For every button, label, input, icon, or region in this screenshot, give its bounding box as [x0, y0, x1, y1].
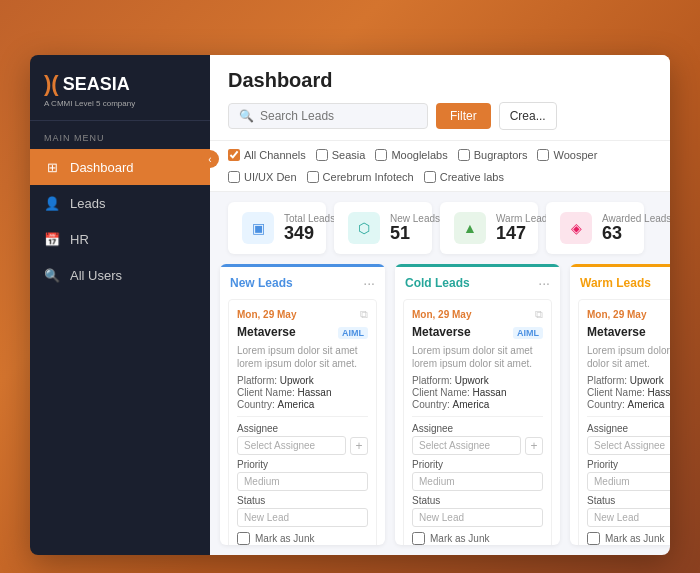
priority-label: Priority: [412, 459, 543, 470]
sidebar-item-leads[interactable]: 👤 Leads: [30, 185, 210, 221]
mark-junk-row: Mark as Junk: [587, 532, 670, 545]
card-date: Mon, 29 May: [412, 309, 471, 320]
mark-junk-checkbox[interactable]: [237, 532, 250, 545]
col-body-warm-leads: Mon, 29 May ⧉ Metaverse AIML Lorem ipsum…: [570, 299, 670, 545]
col-menu-new-leads[interactable]: ···: [363, 275, 375, 291]
assignee-row: Select Assignee +: [587, 436, 670, 455]
channel-mooglelabs-label: Mooglelabs: [391, 149, 447, 161]
assignee-add-button[interactable]: +: [350, 437, 368, 455]
all-users-icon: 🔍: [44, 267, 60, 283]
channel-bugraptors: Bugraptors: [458, 149, 528, 161]
status-label: Status: [412, 495, 543, 506]
app-container: )( SEASIA A CMMI Level 5 company MAIN ME…: [30, 55, 670, 555]
sidebar-collapse-button[interactable]: ‹: [201, 150, 219, 168]
channel-woosper: Woosper: [537, 149, 597, 161]
stat-total-leads: ▣ Total Leads 349: [228, 202, 326, 254]
channel-seasia-checkbox[interactable]: [316, 149, 328, 161]
card-country: Country: America: [412, 399, 543, 410]
mark-junk-label: Mark as Junk: [430, 533, 489, 544]
channel-woosper-checkbox[interactable]: [537, 149, 549, 161]
leads-icon: 👤: [44, 195, 60, 211]
search-icon: 🔍: [239, 109, 254, 123]
channel-all-checkbox[interactable]: [228, 149, 240, 161]
assignee-label: Assignee: [412, 423, 543, 434]
stat-awarded-icon: ◈: [560, 212, 592, 244]
stat-new-label: New Leads: [390, 213, 418, 224]
channel-all-channels: All Channels: [228, 149, 306, 161]
search-input[interactable]: [260, 109, 417, 123]
priority-select[interactable]: Medium: [587, 472, 670, 491]
assignee-select[interactable]: Select Assignee: [237, 436, 346, 455]
assignee-add-button[interactable]: +: [525, 437, 543, 455]
channel-uiux-checkbox[interactable]: [228, 171, 240, 183]
mark-junk-row: Mark as Junk: [237, 532, 368, 545]
channel-filters: All Channels Seasia Mooglelabs Bugraptor…: [210, 141, 670, 192]
card-header: Mon, 29 May ⧉: [587, 308, 670, 321]
col-menu-cold-leads[interactable]: ···: [538, 275, 550, 291]
channel-bugraptors-label: Bugraptors: [474, 149, 528, 161]
assignee-select[interactable]: Select Assignee: [587, 436, 670, 455]
create-button[interactable]: Crea...: [499, 102, 557, 130]
sidebar-item-hr[interactable]: 📅 HR: [30, 221, 210, 257]
menu-label: MAIN MENU: [30, 121, 210, 149]
channel-cerebrum-checkbox[interactable]: [307, 171, 319, 183]
assignee-row: Select Assignee +: [237, 436, 368, 455]
channel-mooglelabs-checkbox[interactable]: [375, 149, 387, 161]
sidebar-item-label: All Users: [70, 268, 122, 283]
main-content: Dashboard 🔍 Filter Crea... All Channels …: [210, 55, 670, 555]
sidebar-item-all-users[interactable]: 🔍 All Users: [30, 257, 210, 293]
col-body-cold-leads: Mon, 29 May ⧉ Metaverse AIML Lorem ipsum…: [395, 299, 560, 545]
card-platform: Platform: Upwork: [412, 375, 543, 386]
sidebar-item-dashboard[interactable]: ⊞ Dashboard: [30, 149, 210, 185]
mark-junk-checkbox[interactable]: [587, 532, 600, 545]
assignee-select[interactable]: Select Assignee: [412, 436, 521, 455]
lead-card: Mon, 29 May ⧉ Metaverse AIML Lorem ipsum…: [403, 299, 552, 545]
filter-button[interactable]: Filter: [436, 103, 491, 129]
priority-select[interactable]: Medium: [412, 472, 543, 491]
priority-select[interactable]: Medium: [237, 472, 368, 491]
card-platform: Platform: Upwork: [237, 375, 368, 386]
card-title: Metaverse: [587, 325, 646, 339]
card-tag: AIML: [338, 327, 368, 339]
card-date: Mon, 29 May: [587, 309, 646, 320]
logo-sub: A CMMI Level 5 company: [44, 99, 196, 108]
stat-awarded-value: 63: [602, 224, 630, 244]
priority-label: Priority: [237, 459, 368, 470]
priority-label: Priority: [587, 459, 670, 470]
sidebar-item-label: Leads: [70, 196, 105, 211]
top-bar: Dashboard 🔍 Filter Crea...: [210, 55, 670, 141]
assignee-label: Assignee: [587, 423, 670, 434]
card-client: Client Name: Hassan: [237, 387, 368, 398]
sidebar-item-label: HR: [70, 232, 89, 247]
status-select[interactable]: New Lead: [587, 508, 670, 527]
sidebar: )( SEASIA A CMMI Level 5 company MAIN ME…: [30, 55, 210, 555]
card-date: Mon, 29 May: [237, 309, 296, 320]
dashboard-icon: ⊞: [44, 159, 60, 175]
logo: )( SEASIA: [44, 71, 196, 97]
channel-bugraptors-checkbox[interactable]: [458, 149, 470, 161]
status-label: Status: [587, 495, 670, 506]
channel-cerebrum: Cerebrum Infotech: [307, 171, 414, 183]
hr-icon: 📅: [44, 231, 60, 247]
stat-new-icon: ⬡: [348, 212, 380, 244]
col-title-warm-leads: Warm Leads: [580, 276, 651, 290]
card-desc: Lorem ipsum dolor sit amet dolor sit ame…: [587, 344, 670, 370]
card-desc: Lorem ipsum dolor sit amet lorem ipsum d…: [412, 344, 543, 370]
stat-awarded-info: Awarded Leads 63: [602, 213, 630, 244]
column-warm-leads: Warm Leads ··· Mon, 29 May ⧉ Metaverse A…: [570, 264, 670, 545]
stat-warm-label: Warm Leads: [496, 213, 524, 224]
card-country: Country: America: [587, 399, 670, 410]
copy-icon[interactable]: ⧉: [360, 308, 368, 321]
channel-creative-checkbox[interactable]: [424, 171, 436, 183]
status-select[interactable]: New Lead: [237, 508, 368, 527]
card-title: Metaverse: [412, 325, 471, 339]
card-client: Client Name: Hassan: [412, 387, 543, 398]
mark-junk-row: Mark as Junk: [412, 532, 543, 545]
mark-junk-label: Mark as Junk: [605, 533, 664, 544]
status-select[interactable]: New Lead: [412, 508, 543, 527]
card-title: Metaverse: [237, 325, 296, 339]
col-title-new-leads: New Leads: [230, 276, 293, 290]
copy-icon[interactable]: ⧉: [535, 308, 543, 321]
mark-junk-checkbox[interactable]: [412, 532, 425, 545]
search-filter-row: 🔍 Filter Crea...: [228, 102, 652, 130]
